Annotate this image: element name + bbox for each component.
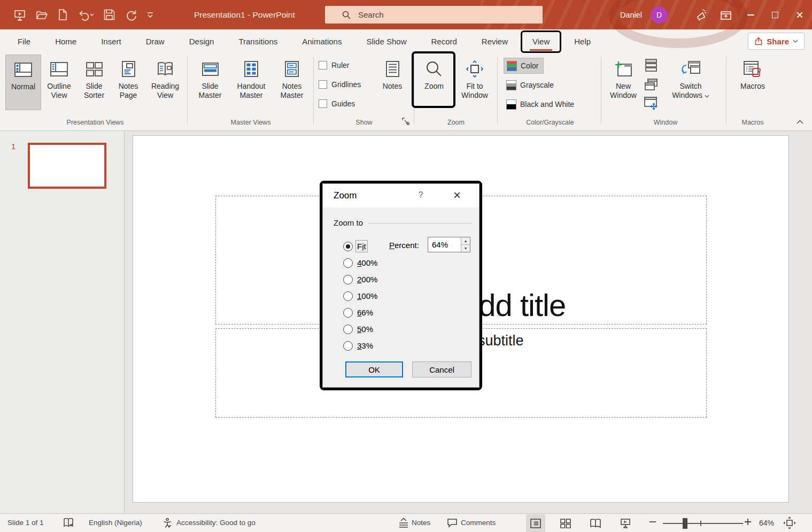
redo-button[interactable] bbox=[125, 9, 137, 21]
zoom-level[interactable]: 64% bbox=[759, 519, 774, 527]
tab-help[interactable]: Help bbox=[562, 29, 603, 53]
group-separator bbox=[414, 57, 414, 124]
ok-button[interactable]: OK bbox=[345, 361, 403, 377]
tab-record[interactable]: Record bbox=[419, 29, 469, 53]
slide-show-view-toggle[interactable] bbox=[616, 514, 635, 532]
spin-down-button[interactable]: ▼ bbox=[461, 244, 470, 252]
fit-slide-to-window-button[interactable] bbox=[783, 516, 796, 529]
new-window-button[interactable]: New Window bbox=[605, 55, 641, 110]
outline-view-button[interactable]: Outline View bbox=[41, 55, 77, 110]
customize-quick-access-icon[interactable] bbox=[147, 12, 153, 18]
zoom-slider-track[interactable] bbox=[663, 523, 743, 524]
macros-button[interactable]: Macros bbox=[736, 55, 770, 110]
tab-file[interactable]: File bbox=[5, 29, 43, 53]
tab-view[interactable]: View bbox=[532, 37, 550, 46]
33-radio[interactable] bbox=[343, 341, 353, 351]
zoom-in-button[interactable] bbox=[744, 518, 752, 526]
radio-row-fit[interactable]: Fit bbox=[343, 241, 366, 252]
move-split-button[interactable] bbox=[644, 96, 659, 111]
spin-up-button[interactable]: ▲ bbox=[461, 237, 470, 244]
maximize-button[interactable] bbox=[763, 0, 787, 29]
avatar[interactable]: D bbox=[651, 6, 668, 24]
guides-checkbox-row[interactable]: Guides bbox=[319, 98, 355, 109]
ribbon-display-options-icon[interactable] bbox=[714, 0, 738, 29]
start-slideshow-icon[interactable] bbox=[14, 9, 26, 21]
coming-soon-megaphone-icon[interactable] bbox=[689, 0, 714, 29]
tab-transitions[interactable]: Transitions bbox=[226, 29, 290, 53]
search-box[interactable]: Search bbox=[325, 6, 543, 24]
tab-insert[interactable]: Insert bbox=[89, 29, 134, 53]
undo-button[interactable] bbox=[78, 9, 94, 21]
radio-row-66[interactable]: 66% bbox=[343, 307, 373, 318]
normal-view-button[interactable]: Normal bbox=[5, 55, 41, 110]
group-label-zoom: Zoom bbox=[416, 119, 496, 126]
notes-toggle[interactable]: Notes bbox=[412, 519, 430, 527]
share-button[interactable]: Share bbox=[748, 33, 805, 50]
user-name[interactable]: Daniel bbox=[620, 11, 642, 19]
zoom-out-button[interactable] bbox=[649, 518, 656, 526]
zoom-button[interactable]: Zoom bbox=[417, 55, 451, 110]
open-file-icon[interactable] bbox=[36, 10, 48, 20]
new-document-icon[interactable] bbox=[58, 9, 67, 20]
fit-to-window-button[interactable]: Fit to Window bbox=[454, 55, 495, 110]
tab-review[interactable]: Review bbox=[469, 29, 520, 53]
dialog-help-button[interactable]: ? bbox=[415, 190, 426, 200]
cascade-windows-button[interactable] bbox=[644, 77, 659, 92]
language-indicator[interactable]: English (Nigeria) bbox=[89, 519, 142, 527]
200-radio[interactable] bbox=[343, 275, 353, 284]
minimize-button[interactable] bbox=[738, 0, 763, 29]
percent-value[interactable]: 64% bbox=[432, 240, 448, 249]
switch-windows-button[interactable]: Switch Windows bbox=[665, 55, 716, 110]
notes-master-button[interactable]: Notes Master bbox=[273, 55, 311, 110]
close-button[interactable]: × bbox=[787, 0, 812, 29]
handout-master-button[interactable]: Handout Master bbox=[230, 55, 273, 110]
radio-row-400[interactable]: 400% bbox=[343, 257, 377, 268]
slide-master-icon bbox=[202, 59, 219, 79]
66-radio[interactable] bbox=[343, 308, 353, 318]
gridlines-checkbox-row[interactable]: Gridlines bbox=[319, 79, 361, 90]
cancel-button[interactable]: Cancel bbox=[412, 361, 471, 377]
400-radio[interactable] bbox=[343, 258, 353, 268]
radio-row-50[interactable]: 50% bbox=[343, 323, 373, 335]
100-radio[interactable] bbox=[343, 291, 353, 301]
spell-check-icon[interactable] bbox=[63, 518, 74, 528]
collapse-ribbon-button[interactable] bbox=[792, 114, 807, 129]
tab-draw[interactable]: Draw bbox=[134, 29, 177, 53]
tab-home[interactable]: Home bbox=[43, 29, 89, 53]
normal-view-toggle[interactable] bbox=[526, 514, 545, 532]
slide-indicator[interactable]: Slide 1 of 1 bbox=[7, 519, 44, 527]
radio-row-33[interactable]: 33% bbox=[343, 340, 373, 351]
slide-thumbnail[interactable] bbox=[28, 143, 106, 189]
tab-animations[interactable]: Animations bbox=[290, 29, 354, 53]
slide-master-button[interactable]: Slide Master bbox=[190, 55, 230, 110]
save-button[interactable] bbox=[104, 9, 115, 20]
fit-radio[interactable] bbox=[343, 242, 353, 251]
tab-slide-show[interactable]: Slide Show bbox=[354, 29, 419, 53]
color-button[interactable]: Color bbox=[504, 58, 544, 74]
slide-sorter-button[interactable]: Slide Sorter bbox=[77, 55, 111, 110]
notes-page-button[interactable]: Notes Page bbox=[111, 55, 145, 110]
comments-toggle[interactable]: Comments bbox=[461, 519, 496, 527]
black-and-white-button[interactable]: Black and White bbox=[504, 96, 579, 112]
reading-view-button[interactable]: Reading View bbox=[145, 55, 185, 110]
tab-design[interactable]: Design bbox=[177, 29, 227, 53]
notes-button[interactable]: Notes bbox=[376, 55, 408, 110]
radio-row-200[interactable]: 200% bbox=[343, 274, 377, 285]
window-title: Presentation1 - PowerPoint bbox=[194, 0, 295, 29]
slide-sorter-view-toggle[interactable] bbox=[556, 514, 575, 532]
dialog-close-button[interactable]: × bbox=[450, 188, 464, 203]
reading-view-toggle[interactable] bbox=[586, 514, 605, 532]
zoom-slider-thumb[interactable] bbox=[683, 518, 687, 529]
percent-spinbox[interactable]: 64% ▲ ▼ bbox=[428, 237, 470, 252]
accessibility-icon[interactable] bbox=[162, 518, 173, 528]
radio-row-100[interactable]: 100% bbox=[343, 290, 377, 302]
guides-checkbox[interactable] bbox=[319, 99, 327, 108]
gridlines-checkbox[interactable] bbox=[319, 80, 327, 89]
50-radio[interactable] bbox=[343, 325, 353, 334]
arrange-all-button[interactable] bbox=[644, 58, 659, 73]
zoom-dialog-titlebar[interactable]: Zoom ? × bbox=[323, 184, 479, 207]
grayscale-button[interactable]: Grayscale bbox=[504, 77, 559, 93]
ruler-checkbox-row[interactable]: Ruler bbox=[319, 60, 349, 71]
ruler-checkbox[interactable] bbox=[319, 61, 327, 70]
accessibility-status[interactable]: Accessibility: Good to go bbox=[176, 519, 256, 527]
